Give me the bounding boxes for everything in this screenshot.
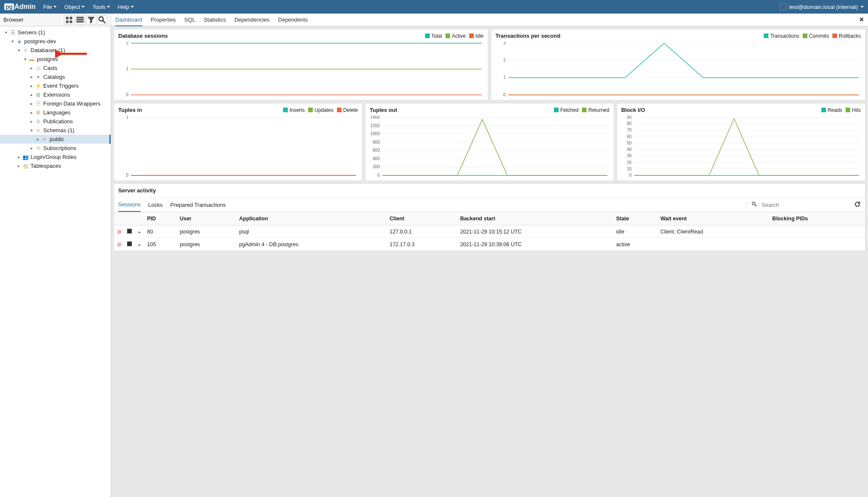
search-icon — [751, 201, 757, 208]
tree-db-postgres[interactable]: ▾▬postgres — [0, 55, 111, 64]
chart-db-sessions: Database sessions Total Active Idle 012 — [114, 29, 488, 100]
svg-text:60: 60 — [627, 134, 632, 139]
top-menubar: pgAdmin File Object Tools Help test@doma… — [0, 0, 868, 14]
tree-login-roles[interactable]: ▸👥Login/Group Roles — [0, 153, 111, 161]
col-blocking-pids[interactable]: Blocking PIDs — [770, 212, 865, 225]
table-row[interactable]: ⊘▸105postgrespgAdmin 4 - DB:postgres172.… — [114, 238, 865, 251]
close-tab-button[interactable]: × — [859, 15, 864, 24]
tree-tablespaces[interactable]: ▸▤Tablespaces — [0, 161, 111, 170]
menu-help[interactable]: Help — [118, 4, 134, 10]
table-row[interactable]: ⊘▸80postgrespsql127.0.0.12021-11-29 10:1… — [114, 225, 865, 238]
browser-header: Browser — [0, 14, 111, 26]
legend-active: Active — [445, 33, 466, 39]
svg-text:2: 2 — [126, 42, 128, 45]
sessions-table: PID User Application Client Backend star… — [114, 212, 865, 251]
tree-extensions[interactable]: ▸⊞Extensions — [0, 90, 111, 99]
cell-application: psql — [236, 225, 387, 238]
logo-prefix: pg — [4, 3, 14, 10]
cell-backend-start: 2021-11-29 10:39:06 UTC — [458, 238, 614, 251]
tree-servers[interactable]: ▾☰Servers (1) — [0, 28, 111, 37]
activity-tab-prepared[interactable]: Prepared Transactions — [170, 198, 226, 211]
svg-text:400: 400 — [373, 156, 380, 161]
svg-text:40: 40 — [627, 147, 632, 152]
activity-tab-locks[interactable]: Locks — [148, 198, 163, 211]
terminate-icon[interactable]: ⊘ — [117, 241, 122, 247]
logo-name: Admin — [14, 3, 36, 11]
cell-user: postgres — [177, 238, 236, 251]
svg-text:1000: 1000 — [370, 131, 380, 136]
col-application[interactable]: Application — [236, 212, 387, 225]
stop-icon[interactable] — [127, 229, 132, 233]
chart-title: Database sessions — [118, 33, 168, 39]
menu-tools[interactable]: Tools — [92, 4, 110, 10]
tab-dependents[interactable]: Dependents — [278, 14, 308, 25]
svg-text:0: 0 — [503, 92, 506, 97]
tree-fdw[interactable]: ▸☷Foreign Data Wrappers — [0, 99, 111, 108]
tree-server-node[interactable]: ▾◈postgres-dev — [0, 37, 111, 46]
tree-casts[interactable]: ▸◇Casts — [0, 64, 111, 72]
col-client[interactable]: Client — [387, 212, 457, 225]
col-state[interactable]: State — [614, 212, 658, 225]
app-logo: pgAdmin — [4, 3, 36, 11]
tab-properties[interactable]: Properties — [151, 14, 176, 25]
expand-row-icon[interactable]: ▸ — [139, 230, 141, 234]
terminate-icon[interactable]: ⊘ — [117, 228, 122, 235]
tab-sql[interactable]: SQL — [184, 14, 195, 25]
svg-text:0: 0 — [126, 173, 128, 177]
chart-svg: 0102030405060708090 — [621, 116, 861, 177]
chart-title: Transactions per second — [495, 33, 560, 39]
tree-schemas[interactable]: ▾✧Schemas (1) — [0, 126, 111, 135]
col-pid[interactable]: PID — [145, 212, 177, 225]
cell-client: 127.0.0.1 — [387, 225, 457, 238]
chart-svg: 01 — [118, 116, 358, 177]
content-pane: Dashboard Properties SQL Statistics Depe… — [111, 14, 868, 497]
menu-object[interactable]: Object — [64, 4, 85, 10]
tree-catalogs[interactable]: ▸✦Catalogs — [0, 72, 111, 81]
tree-schema-public[interactable]: ▸✧public — [0, 135, 111, 144]
tab-dependencies[interactable]: Dependencies — [234, 14, 270, 25]
legend-fetched: Fetched — [554, 107, 579, 113]
tab-statistics[interactable]: Statistics — [204, 14, 226, 25]
svg-text:0: 0 — [629, 173, 632, 177]
cell-wait-event: Client: ClientRead — [658, 225, 770, 238]
chart-svg: 012 — [118, 42, 484, 97]
tree-subscriptions[interactable]: ▸⟲Subscriptions — [0, 144, 111, 153]
caret-down-icon — [81, 6, 85, 8]
col-user[interactable]: User — [177, 212, 236, 225]
col-backend-start[interactable]: Backend start — [458, 212, 614, 225]
cell-blocking-pids — [770, 225, 865, 238]
search-objects-button[interactable] — [97, 15, 107, 25]
svg-text:10: 10 — [627, 167, 632, 171]
query-tool-button[interactable] — [64, 15, 74, 25]
svg-text:3: 3 — [503, 42, 506, 45]
tree-event-triggers[interactable]: ▸⚡Event Triggers — [0, 81, 111, 90]
search-input[interactable] — [762, 202, 846, 208]
chart-tuples-in: Tuples in Inserts Updates Delete 01 — [114, 103, 362, 181]
tab-dashboard[interactable]: Dashboard — [115, 14, 142, 26]
legend-inserts: Inserts — [283, 107, 305, 113]
filter-button[interactable] — [86, 15, 96, 25]
view-data-button[interactable] — [75, 15, 85, 25]
cell-pid: 105 — [145, 238, 177, 251]
activity-tab-sessions[interactable]: Sessions — [118, 198, 141, 212]
stop-icon[interactable] — [127, 242, 132, 246]
menu-file[interactable]: File — [43, 4, 57, 10]
refresh-button[interactable] — [854, 201, 861, 209]
tree-databases[interactable]: ▾≡Databases (1) — [0, 46, 111, 55]
user-menu[interactable]: test@domain.local (internal) — [780, 3, 864, 10]
object-tree[interactable]: ▾☰Servers (1) ▾◈postgres-dev ▾≡Databases… — [0, 26, 111, 497]
tree-publications[interactable]: ▸⎘Publications — [0, 117, 111, 126]
legend-returned: Returned — [582, 107, 609, 113]
cell-user: postgres — [177, 225, 236, 238]
expand-row-icon[interactable]: ▸ — [139, 242, 141, 247]
svg-text:0: 0 — [126, 92, 128, 97]
svg-text:90: 90 — [627, 116, 632, 119]
caret-down-icon — [860, 6, 864, 8]
tree-languages[interactable]: ▸⌘Languages — [0, 108, 111, 117]
cell-state: idle — [614, 225, 658, 238]
caret-down-icon — [107, 6, 110, 8]
col-wait-event[interactable]: Wait event — [658, 212, 770, 225]
legend-total: Total — [425, 33, 442, 39]
chart-svg: 0200400600800100012001400 — [370, 116, 609, 177]
legend-transactions: Transactions — [764, 33, 799, 39]
